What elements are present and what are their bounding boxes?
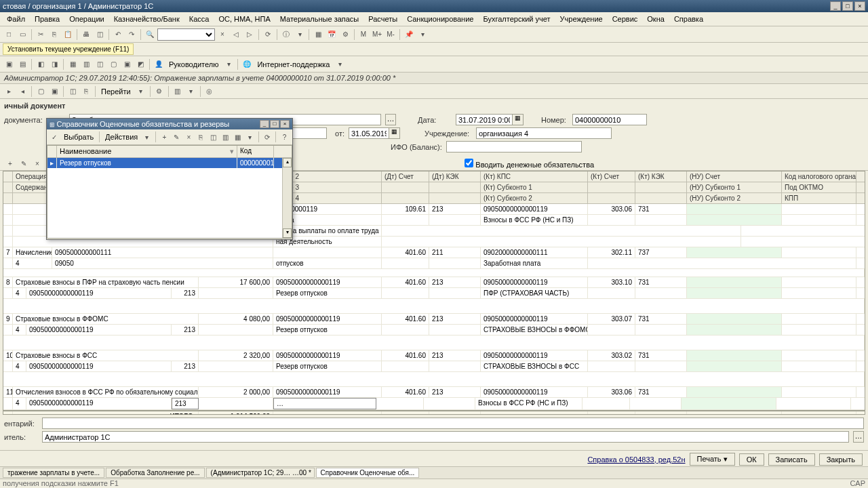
calendar-icon[interactable]: 📅: [326, 28, 338, 41]
dt-icon4[interactable]: ▣: [48, 85, 60, 98]
scroll-up-icon[interactable]: ▴: [283, 158, 292, 167]
menu-calc[interactable]: Расчеты: [364, 14, 401, 24]
date-field[interactable]: [456, 114, 513, 125]
ok-button[interactable]: ОК: [739, 453, 764, 466]
gh-nusub1[interactable]: (НУ) Субконто 1: [687, 182, 782, 192]
dd-actions-icon[interactable]: ▾: [142, 131, 152, 143]
new-icon[interactable]: □: [3, 28, 15, 41]
gt-add-icon[interactable]: +: [4, 158, 16, 170]
dlg-del-icon[interactable]: ×: [184, 131, 194, 143]
gh-dtkek[interactable]: (Дт) КЭК: [429, 171, 481, 182]
ifo-field[interactable]: [446, 141, 582, 152]
dgh-name[interactable]: Наименование ▾: [57, 146, 237, 157]
gh-dtschet[interactable]: (Дт) Счет: [382, 171, 429, 182]
table-row[interactable]: 7 Начисление 090500000000111 401.60 211 …: [3, 247, 865, 258]
table-row[interactable]: 10Страховые взносы в ФСС2 320,0009050000…: [3, 350, 865, 361]
gh-ktkps[interactable]: (Кт) КПС: [481, 171, 588, 182]
gh-nuschet[interactable]: (НУ) Счет: [687, 171, 782, 182]
dt-icon9[interactable]: ◎: [203, 85, 216, 98]
actions-menu[interactable]: Действия: [103, 133, 140, 141]
dialog-grid[interactable]: Наименование ▾ Код ▸ Резерв отпусков 000…: [47, 145, 292, 239]
menu-bank[interactable]: Казначейство/Банк: [110, 14, 184, 24]
gh-tax[interactable]: Код налогового органа: [782, 171, 856, 182]
table-row[interactable]: [3, 336, 865, 350]
from-date-field[interactable]: [349, 127, 389, 139]
menu-inst[interactable]: Учреждение: [556, 14, 607, 24]
mplus-icon[interactable]: M+: [371, 28, 383, 41]
close-doc-button[interactable]: Закрыть: [819, 453, 863, 466]
dt-icon7[interactable]: ⚙: [153, 85, 165, 98]
paste-icon[interactable]: 📋: [62, 28, 74, 41]
select-icon[interactable]: ✓: [50, 131, 60, 143]
tab-item-active[interactable]: Справочник Оценочные обя...: [316, 468, 420, 478]
calc-icon[interactable]: ▦: [312, 28, 324, 41]
menu-os[interactable]: ОС, НМА, НПА: [214, 14, 274, 24]
exec-field[interactable]: [42, 431, 849, 443]
help-link[interactable]: Справка о 0504833, ред.52н: [587, 455, 685, 464]
save-button[interactable]: Записать: [768, 453, 815, 466]
exec-picker-icon[interactable]: …: [853, 431, 864, 443]
gh-ktsub2[interactable]: (Кт) Субконто 2: [481, 193, 588, 203]
minimize-button[interactable]: _: [830, 1, 841, 11]
support-menu[interactable]: Интернет-поддержка: [254, 60, 332, 68]
t2-icon5[interactable]: ▦: [66, 58, 79, 70]
dd5-icon[interactable]: ▾: [185, 85, 197, 98]
table-row[interactable]: 409050000000000119213…Взносы в ФСС РФ (Н…: [3, 398, 865, 410]
gh-nusub2[interactable]: (НУ) Субконто 2: [687, 193, 782, 203]
table-row[interactable]: 11Отчисления взносов в ФСС РФ по обязате…: [3, 387, 865, 398]
menu-acc[interactable]: Бухгалтерский учет: [479, 14, 554, 24]
print-icon[interactable]: 🖶: [80, 28, 92, 41]
dd-icon[interactable]: ▾: [416, 28, 429, 41]
search-icon[interactable]: 🔍: [144, 28, 156, 41]
gh-ktschet[interactable]: (Кт) Счет: [588, 171, 635, 182]
set-org-hint[interactable]: Установить текущее учреждение (F11): [3, 43, 134, 55]
tab-item[interactable]: тражение зарплаты в учете...: [3, 468, 104, 478]
gh-oktmo[interactable]: Под ОКТМО: [782, 182, 856, 192]
t2-icon6[interactable]: ▥: [80, 58, 92, 70]
menu-file[interactable]: Файл: [3, 14, 29, 24]
boss-menu[interactable]: Руководителю: [166, 60, 221, 68]
info-icon[interactable]: ⓘ: [280, 28, 292, 41]
prev-icon[interactable]: ◁: [230, 28, 242, 41]
dgh-code[interactable]: Код: [237, 146, 274, 157]
menu-edit[interactable]: Правка: [31, 14, 64, 24]
dt-icon6[interactable]: ⎘: [80, 85, 92, 98]
table-row[interactable]: 8Страховые взносы в ПФР на страховую час…: [3, 277, 865, 288]
tool-icon[interactable]: ⚙: [339, 28, 351, 41]
copy-icon[interactable]: ⎘: [48, 28, 60, 41]
dlg-edit-icon[interactable]: ✎: [172, 131, 182, 143]
dt-icon2[interactable]: ◂: [16, 85, 28, 98]
dialog-max-icon[interactable]: □: [270, 120, 279, 128]
table-row[interactable]: 409050000000000119213Резерв отпусковСТРА…: [3, 325, 865, 336]
refresh-icon[interactable]: ⟳: [262, 28, 274, 41]
t2-icon1[interactable]: ▣: [3, 58, 15, 70]
calendar-picker-icon[interactable]: ▦: [513, 114, 524, 125]
dt-icon1[interactable]: ▸: [3, 85, 15, 98]
menu-help[interactable]: Справка: [670, 14, 707, 24]
t2-icon7[interactable]: ◫: [94, 58, 106, 70]
table-row[interactable]: 409050000000000119213Резерв отпусковПФР …: [3, 288, 865, 299]
gt-del-icon[interactable]: ×: [31, 158, 43, 170]
menu-ops[interactable]: Операции: [65, 14, 108, 24]
close-button[interactable]: ×: [854, 1, 865, 11]
gt-edit-icon[interactable]: ✎: [18, 158, 30, 170]
dd3-icon[interactable]: ▾: [334, 58, 347, 70]
open-icon[interactable]: ▭: [16, 28, 28, 41]
dt-icon5[interactable]: ◫: [66, 85, 79, 98]
number-field[interactable]: [572, 114, 647, 125]
tab-item[interactable]: Обработка Заполнение ре...: [106, 468, 204, 478]
dd4-icon[interactable]: ▾: [135, 85, 147, 98]
dlg-help-icon[interactable]: ?: [279, 131, 290, 143]
dlg-i3-icon[interactable]: ▦: [233, 131, 243, 143]
dlg-refresh-icon[interactable]: ⟳: [262, 131, 272, 143]
maximize-button[interactable]: □: [842, 1, 853, 11]
t2-icon4[interactable]: ◨: [48, 58, 60, 70]
menu-service[interactable]: Сервис: [608, 14, 642, 24]
next-icon[interactable]: ▷: [243, 28, 256, 41]
menu-sanc[interactable]: Санкционирование: [403, 14, 477, 24]
dlg-copy-icon[interactable]: ⎘: [196, 131, 206, 143]
money-checkbox[interactable]: Вводить денежные обязательства: [465, 159, 594, 169]
search-field[interactable]: [157, 28, 215, 41]
dialog-row-selected[interactable]: ▸ Резерв отпусков 000000001: [47, 158, 292, 168]
table-row[interactable]: 409050000000000119213Резерв отпусковСТРА…: [3, 361, 865, 372]
